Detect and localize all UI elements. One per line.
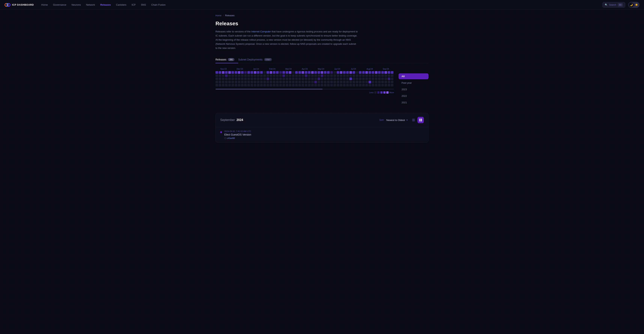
- heatmap-cell[interactable]: [305, 84, 307, 86]
- heatmap-cell[interactable]: [244, 74, 247, 77]
- heatmap-cell[interactable]: [375, 77, 378, 80]
- heatmap-cell[interactable]: [318, 71, 320, 74]
- heatmap-cell[interactable]: [302, 84, 304, 86]
- heatmap-cell[interactable]: [340, 81, 342, 83]
- heatmap-cell[interactable]: [228, 84, 231, 86]
- heatmap-cell[interactable]: [270, 74, 272, 77]
- heatmap-cell[interactable]: [368, 84, 371, 86]
- heatmap-cell[interactable]: [314, 71, 317, 74]
- heatmap-cell[interactable]: [324, 81, 326, 83]
- nav-network[interactable]: Network: [86, 2, 95, 7]
- heatmap-cell[interactable]: [334, 71, 336, 74]
- heatmap-cell[interactable]: [276, 74, 279, 77]
- heatmap-cell[interactable]: [327, 84, 330, 86]
- heatmap-cell[interactable]: [362, 74, 365, 77]
- heatmap-cell[interactable]: [391, 84, 394, 86]
- heatmap-cell[interactable]: [222, 71, 224, 74]
- heatmap-cell[interactable]: [282, 74, 285, 77]
- heatmap-cell[interactable]: [334, 84, 336, 86]
- heatmap-cell[interactable]: [388, 71, 390, 74]
- heatmap-cell[interactable]: [334, 77, 336, 80]
- heatmap-cell[interactable]: [384, 77, 387, 80]
- heatmap-cell[interactable]: [346, 77, 349, 80]
- heatmap-cell[interactable]: [219, 84, 221, 86]
- heatmap-cell[interactable]: [359, 81, 362, 83]
- heatmap-cell[interactable]: [330, 77, 333, 80]
- heatmap-cell[interactable]: [388, 84, 390, 86]
- heatmap-cell[interactable]: [241, 74, 244, 77]
- heatmap-cell[interactable]: [330, 71, 333, 74]
- nav-releases[interactable]: Releases: [100, 2, 111, 7]
- heatmap-cell[interactable]: [375, 71, 378, 74]
- heatmap-cell[interactable]: [378, 71, 381, 74]
- heatmap-cell[interactable]: [273, 81, 276, 83]
- heatmap-cell[interactable]: [225, 71, 228, 74]
- heatmap-cell[interactable]: [216, 74, 218, 77]
- heatmap-cell[interactable]: [368, 74, 371, 77]
- heatmap-cell[interactable]: [273, 74, 276, 77]
- heatmap-cell[interactable]: [311, 71, 314, 74]
- nav-governance[interactable]: Governance: [53, 2, 66, 7]
- heatmap-cell[interactable]: [222, 81, 224, 83]
- heatmap-cell[interactable]: [289, 71, 292, 74]
- nav-neurons[interactable]: Neurons: [72, 2, 81, 7]
- heatmap-cell[interactable]: [340, 74, 342, 77]
- heatmap-cell[interactable]: [343, 81, 346, 83]
- heatmap-cell[interactable]: [359, 71, 362, 74]
- year-btn-2022[interactable]: 2022: [398, 93, 428, 99]
- heatmap-cell[interactable]: [324, 77, 326, 80]
- heatmap-cell[interactable]: [343, 84, 346, 86]
- heatmap-cell[interactable]: [279, 77, 282, 80]
- year-btn-2023[interactable]: 2023: [398, 86, 428, 92]
- heatmap-cell[interactable]: [254, 84, 256, 86]
- heatmap-cell[interactable]: [318, 84, 320, 86]
- nav-canisters[interactable]: Canisters: [116, 2, 126, 7]
- heatmap-cell[interactable]: [222, 77, 224, 80]
- heatmap-cell[interactable]: [311, 84, 314, 86]
- heatmap-cell[interactable]: [356, 71, 358, 74]
- heatmap-cell[interactable]: [225, 81, 228, 83]
- heatmap-cell[interactable]: [311, 81, 314, 83]
- heatmap-cell[interactable]: [241, 77, 244, 80]
- heatmap-cell[interactable]: [378, 81, 381, 83]
- heatmap-cell[interactable]: [384, 74, 387, 77]
- heatmap-cell[interactable]: [222, 74, 224, 77]
- heatmap-cell[interactable]: [289, 77, 292, 80]
- heatmap-cell[interactable]: [257, 74, 260, 77]
- heatmap-cell[interactable]: [286, 77, 288, 80]
- heatmap-cell[interactable]: [286, 84, 288, 86]
- heatmap-cell[interactable]: [276, 84, 279, 86]
- heatmap-cell[interactable]: [286, 74, 288, 77]
- heatmap-cell[interactable]: [352, 84, 355, 86]
- heatmap-cell[interactable]: [340, 84, 342, 86]
- heatmap-cell[interactable]: [298, 81, 301, 83]
- heatmap-cell[interactable]: [289, 81, 292, 83]
- heatmap-cell[interactable]: [346, 84, 349, 86]
- sort-select[interactable]: Newest to Oldest ▼: [386, 119, 408, 122]
- heatmap-cell[interactable]: [225, 74, 228, 77]
- heatmap-cell[interactable]: [324, 74, 326, 77]
- heatmap-cell[interactable]: [318, 74, 320, 77]
- heatmap-cell[interactable]: [289, 74, 292, 77]
- nav-sns[interactable]: SNS: [141, 2, 146, 7]
- heatmap-cell[interactable]: [279, 84, 282, 86]
- heatmap-cell[interactable]: [321, 71, 323, 74]
- heatmap-cell[interactable]: [308, 84, 310, 86]
- heatmap-cell[interactable]: [286, 81, 288, 83]
- theme-toggle[interactable]: 🌙 ☀️: [628, 2, 640, 8]
- heatmap-cell[interactable]: [257, 81, 260, 83]
- heatmap-cell[interactable]: [254, 77, 256, 80]
- heatmap-cell[interactable]: [308, 74, 310, 77]
- heatmap-cell[interactable]: [359, 84, 362, 86]
- heatmap-cell[interactable]: [282, 84, 285, 86]
- heatmap-cell[interactable]: [232, 81, 234, 83]
- heatmap-cell[interactable]: [232, 77, 234, 80]
- heatmap-cell[interactable]: [381, 81, 384, 83]
- heatmap-cell[interactable]: [276, 77, 279, 80]
- heatmap-cell[interactable]: [238, 71, 240, 74]
- heatmap-cell[interactable]: [365, 81, 368, 83]
- tab-subnet-deployments[interactable]: Subnet Deployments 5'507: [238, 56, 276, 63]
- heatmap-cell[interactable]: [225, 77, 228, 80]
- heatmap-cell[interactable]: [356, 84, 358, 86]
- heatmap-cell[interactable]: [263, 74, 266, 77]
